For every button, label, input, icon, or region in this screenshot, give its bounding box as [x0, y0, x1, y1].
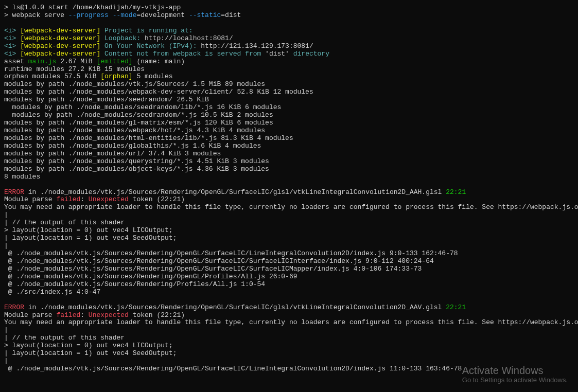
output-line: @ ./node_modules/vtk.js/Sources/Renderin… [4, 265, 574, 273]
error-line: ERROR in ./node_modules/vtk.js/Sources/R… [4, 304, 574, 312]
output-line: 8 modules [4, 173, 574, 181]
output-line: asset main.js 2.67 MiB [emitted] (name: … [4, 58, 574, 66]
output-line: | layout(location = 1) out vec4 SeedOutp… [4, 350, 574, 358]
output-line: <i> [webpack-dev-server] On Your Network… [4, 43, 574, 50]
output-line: | [4, 358, 574, 365]
output-line: > webpack serve --progress --mode=develo… [4, 12, 574, 20]
output-line: modules by path ./node_modules/querystri… [4, 158, 574, 166]
output-line: <i> [webpack-dev-server] Content not fro… [4, 50, 574, 58]
output-line: Module parse failed: Unexpected token (2… [4, 312, 574, 319]
output-line: Module parse failed: Unexpected token (2… [4, 196, 574, 204]
output-line [4, 20, 574, 27]
output-line: modules by path ./node_modules/seedrando… [4, 104, 574, 112]
output-line: modules by path ./node_modules/url/ 37.4… [4, 150, 574, 158]
output-line: runtime modules 27.2 KiB 15 modules [4, 66, 574, 74]
output-line: | layout(location = 1) out vec4 SeedOutp… [4, 235, 574, 242]
output-line: > ls@1.0.0 start /home/khadijah/my-vtkjs… [4, 4, 574, 12]
output-line: @ ./node_modules/vtk.js/Sources/Renderin… [4, 281, 574, 289]
watermark-subtitle: Go to Settings to activate Windows. [462, 377, 568, 384]
output-line: modules by path ./node_modules/vtk.js/So… [4, 81, 574, 88]
output-line: @ ./src/index.js 4:0-47 [4, 289, 574, 296]
output-line: You may need an appropriate loader to ha… [4, 204, 574, 211]
output-line: @ ./node_modules/vtk.js/Sources/Renderin… [4, 273, 574, 281]
output-line: > layout(location = 0) out vec4 LICOutpu… [4, 227, 574, 235]
output-line: | [4, 242, 574, 250]
output-line: orphan modules 57.5 KiB [orphan] 5 modul… [4, 73, 574, 81]
output-line: modules by path ./node_modules/seedrando… [4, 96, 574, 104]
output-line: @ ./node_modules/vtk.js/Sources/Renderin… [4, 250, 574, 258]
output-line: modules by path ./node_modules/globalthi… [4, 142, 574, 150]
output-line: <i> [webpack-dev-server] Project is runn… [4, 27, 574, 35]
output-line: | // the output of this shader [4, 334, 574, 342]
output-line: <i> [webpack-dev-server] Loopback: http:… [4, 35, 574, 43]
output-line: You may need an appropriate loader to ha… [4, 319, 574, 327]
terminal-output[interactable]: > ls@1.0.0 start /home/khadijah/my-vtkjs… [4, 4, 574, 373]
windows-activation-watermark: Activate Windows Go to Settings to activ… [462, 365, 568, 384]
output-line [4, 296, 574, 304]
output-line: | // the output of this shader [4, 219, 574, 227]
output-line: | [4, 211, 574, 219]
output-line: @ ./node_modules/vtk.js/Sources/Renderin… [4, 258, 574, 265]
watermark-title: Activate Windows [462, 365, 568, 377]
output-line: modules by path ./node_modules/webpack-d… [4, 88, 574, 96]
output-line: > layout(location = 0) out vec4 LICOutpu… [4, 342, 574, 350]
output-line [4, 181, 574, 189]
output-line: | [4, 327, 574, 334]
output-line: modules by path ./node_modules/webpack/h… [4, 127, 574, 135]
output-line: modules by path ./node_modules/object-ke… [4, 166, 574, 173]
output-line: modules by path ./node_modules/seedrando… [4, 112, 574, 119]
output-line: modules by path ./node_modules/html-enti… [4, 135, 574, 142]
error-line: ERROR in ./node_modules/vtk.js/Sources/R… [4, 189, 574, 197]
output-line: modules by path ./node_modules/gl-matrix… [4, 119, 574, 127]
